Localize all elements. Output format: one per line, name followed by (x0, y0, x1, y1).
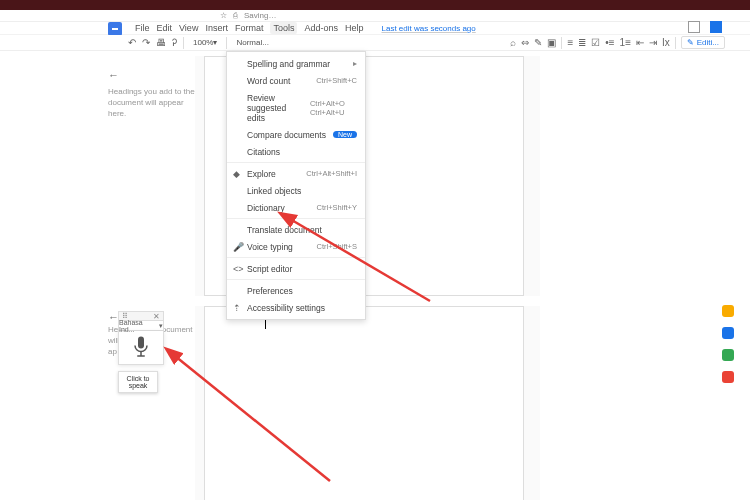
redo-icon[interactable]: ↷ (142, 37, 150, 48)
document-page-2[interactable] (204, 306, 524, 500)
clear-formatting-icon[interactable]: Ix (662, 37, 670, 48)
mi-translate[interactable]: Translate document (227, 221, 365, 238)
browser-addressbar: ☆ ⎙ Saving… (0, 10, 750, 22)
saving-status: Saving… (244, 11, 276, 20)
present-icon[interactable] (688, 21, 700, 33)
mi-spelling[interactable]: Spelling and grammar▸ (227, 55, 365, 72)
last-edit-link[interactable]: Last edit was seconds ago (381, 24, 475, 33)
calendar-icon[interactable] (722, 305, 734, 317)
svg-rect-1 (138, 336, 144, 348)
tools-dropdown: Spelling and grammar▸ Word countCtrl+Shi… (226, 51, 366, 320)
screenshot-2: ← Headings the document will ap ⠿✕ Bahas… (0, 301, 750, 500)
mi-compare[interactable]: Compare documentsNew (227, 126, 365, 143)
keep-icon[interactable] (722, 327, 734, 339)
tasks-icon[interactable] (722, 349, 734, 361)
star-icon[interactable]: ☆ (220, 11, 227, 20)
mi-dictionary[interactable]: DictionaryCtrl+Shift+Y (227, 199, 365, 216)
menu-format[interactable]: Format (235, 23, 264, 33)
menu-insert[interactable]: Insert (205, 23, 228, 33)
vt-tooltip: Click to speak (118, 371, 158, 393)
docs-logo-icon[interactable] (108, 22, 122, 36)
document-stage-2 (195, 306, 540, 500)
numbered-list-icon[interactable]: 1≡ (620, 37, 631, 48)
mi-citations[interactable]: Citations (227, 143, 365, 160)
menu-file[interactable]: File (135, 23, 150, 33)
print-icon[interactable]: 🖶 (156, 37, 166, 48)
style-selector[interactable]: Normal... (233, 37, 271, 48)
line-spacing-icon[interactable]: ≣ (578, 37, 586, 48)
script-icon: <> (233, 264, 244, 274)
docs-toolbar: ↶ ↷ 🖶 Ꭾ 100% ▾ Normal... ⌕ ⇔ ✎ ▣ ≡ ≣ ☑ •… (0, 35, 750, 51)
link-icon[interactable]: ⌕ (510, 37, 516, 48)
voice-typing-widget[interactable]: ⠿✕ Bahasa Ind...▾ Click to speak (118, 311, 164, 393)
mi-voice-typing[interactable]: 🎤Voice typingCtrl+Shift+S (227, 238, 365, 255)
menu-tools[interactable]: Tools (270, 22, 297, 34)
indent-dec-icon[interactable]: ⇤ (636, 37, 644, 48)
checklist-icon[interactable]: ☑ (591, 37, 600, 48)
mi-review[interactable]: Review suggested editsCtrl+Alt+O Ctrl+Al… (227, 89, 365, 126)
explore-icon: ◆ (233, 169, 240, 179)
mi-accessibility[interactable]: ⇡Accessibility settings (227, 299, 365, 316)
browser-tabbar (0, 0, 750, 10)
mi-wordcount[interactable]: Word countCtrl+Shift+C (227, 72, 365, 89)
maps-icon[interactable] (722, 371, 734, 383)
link2-icon[interactable]: ⇔ (521, 37, 529, 48)
outline-empty-hint: Headings you add to the document will ap… (108, 87, 196, 119)
image-icon[interactable]: ▣ (547, 37, 556, 48)
editing-mode-button[interactable]: ✎ Editi... (681, 36, 725, 49)
outline-panel: ← Headings you add to the document will … (108, 69, 196, 119)
comment-icon[interactable]: ✎ (534, 37, 542, 48)
docs-menubar: File Edit View Insert Format Tools Add-o… (0, 22, 750, 35)
menu-edit[interactable]: Edit (157, 23, 173, 33)
bulleted-list-icon[interactable]: •≡ (605, 37, 614, 48)
share-button[interactable] (710, 21, 722, 33)
mi-explore[interactable]: ◆ExploreCtrl+Alt+Shift+I (227, 165, 365, 182)
zoom-selector[interactable]: 100% ▾ (190, 37, 220, 48)
screenshot-1: ← Headings you add to the document will … (0, 51, 750, 301)
mi-linked[interactable]: Linked objects (227, 182, 365, 199)
indent-inc-icon[interactable]: ⇥ (649, 37, 657, 48)
cloud-save-icon: ⎙ (233, 11, 238, 20)
menu-help[interactable]: Help (345, 23, 364, 33)
mi-script-editor[interactable]: <>Script editor (227, 260, 365, 277)
mic-icon: 🎤 (233, 242, 244, 252)
mi-preferences[interactable]: Preferences (227, 282, 365, 299)
text-cursor (265, 319, 266, 329)
accessibility-icon: ⇡ (233, 303, 241, 313)
paint-format-icon[interactable]: Ꭾ (172, 37, 177, 49)
side-panel-icons (722, 301, 734, 383)
collapse-outline-icon[interactable]: ← (108, 69, 196, 81)
chevron-down-icon: ▾ (159, 322, 163, 330)
microphone-icon (132, 335, 150, 361)
vt-mic-button[interactable] (118, 331, 164, 365)
undo-icon[interactable]: ↶ (128, 37, 136, 48)
align-left-icon[interactable]: ≡ (567, 37, 573, 48)
vt-language-selector[interactable]: Bahasa Ind...▾ (118, 321, 164, 331)
menu-view[interactable]: View (179, 23, 198, 33)
menu-addons[interactable]: Add-ons (304, 23, 338, 33)
